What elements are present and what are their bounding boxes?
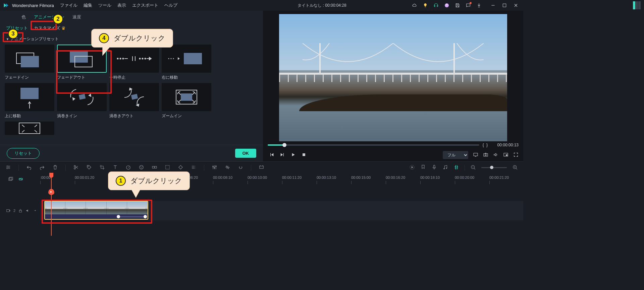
- preset-move-right[interactable]: 右に移動: [162, 45, 211, 80]
- tag-icon[interactable]: [86, 164, 92, 171]
- pip-icon[interactable]: [503, 152, 508, 158]
- video-track-icon: [6, 208, 11, 213]
- crop-icon[interactable]: [99, 164, 105, 171]
- message-icon[interactable]: [466, 3, 471, 8]
- preview-quality-select[interactable]: フル: [443, 151, 468, 159]
- undo-icon[interactable]: [26, 164, 32, 171]
- idea-icon[interactable]: [423, 3, 428, 8]
- svg-point-40: [444, 168, 445, 169]
- tab-speed[interactable]: 速度: [70, 13, 83, 22]
- preset-fade-in[interactable]: フェードイン: [5, 45, 54, 80]
- svg-point-8: [145, 58, 146, 59]
- tl-marker-icon[interactable]: [420, 164, 426, 171]
- titlebar-actions: [412, 3, 519, 8]
- display-out-icon[interactable]: [473, 152, 478, 158]
- ok-button[interactable]: OK: [235, 149, 257, 158]
- tl-mic-icon[interactable]: [431, 164, 437, 171]
- transport-bar: フル: [263, 149, 523, 162]
- step-forward-icon[interactable]: [280, 152, 285, 158]
- fullscreen-icon[interactable]: [513, 152, 519, 158]
- record-icon[interactable]: [476, 3, 482, 8]
- preview-viewport[interactable]: [279, 14, 507, 141]
- window-close-icon[interactable]: [513, 3, 519, 8]
- svg-rect-39: [433, 165, 435, 168]
- preset-label: ズームイン: [162, 113, 211, 119]
- avatar-icon[interactable]: [444, 3, 449, 8]
- audio-sync-icon[interactable]: [238, 164, 244, 171]
- marker-brackets[interactable]: { }: [483, 143, 488, 147]
- preset-label: 渦巻きイン: [57, 113, 107, 119]
- menu-export[interactable]: エクスポート: [132, 2, 158, 8]
- delete-icon[interactable]: [52, 164, 58, 171]
- collapse-icon[interactable]: [33, 208, 38, 213]
- play-icon[interactable]: [290, 152, 296, 158]
- more-icon[interactable]: [191, 164, 197, 171]
- project-title: タイトルなし : 00:00:04:28: [298, 3, 346, 8]
- menu-edit[interactable]: 編集: [84, 2, 92, 8]
- text-icon[interactable]: [112, 164, 118, 171]
- preset-label: 渦巻きアウト: [109, 113, 159, 119]
- window-maximize-icon[interactable]: [502, 3, 507, 8]
- track-volume-icon[interactable]: [25, 208, 30, 213]
- reset-button[interactable]: リセット: [7, 148, 40, 159]
- speed-icon[interactable]: [125, 164, 131, 171]
- tl-music-icon[interactable]: [442, 164, 448, 171]
- preset-move-up[interactable]: 上に移動: [5, 83, 54, 119]
- svg-point-29: [142, 166, 142, 167]
- preset-zoom-out-partial[interactable]: [5, 122, 54, 135]
- titlebar: Wondershare Filmora ファイル 編集 ツール 表示 エクスポー…: [0, 0, 523, 11]
- window-minimize-icon[interactable]: [490, 3, 496, 8]
- premium-crown-icon: ♛: [61, 25, 66, 31]
- greenscreen-icon[interactable]: [165, 164, 170, 171]
- lock-icon[interactable]: [18, 208, 23, 213]
- track-header[interactable]: 2: [0, 208, 40, 213]
- tl-play-icon[interactable]: [409, 164, 415, 171]
- zoom-slider[interactable]: [481, 167, 507, 168]
- menu-help[interactable]: ヘルプ: [164, 2, 177, 8]
- snap-icon[interactable]: [453, 164, 459, 171]
- preview-volume-icon[interactable]: [493, 152, 498, 158]
- svg-point-7: [142, 58, 143, 59]
- preview-panel: { } 00:00:00:13 フル: [263, 11, 523, 161]
- svg-rect-46: [7, 210, 9, 212]
- ruler-tick: 00:00:20:00: [455, 175, 474, 179]
- preview-scrubber[interactable]: { } 00:00:00:13: [263, 141, 523, 149]
- tab-color[interactable]: 色: [19, 13, 28, 22]
- snapshot-icon[interactable]: [483, 152, 488, 158]
- mixer-icon[interactable]: [212, 164, 217, 171]
- svg-rect-15: [474, 153, 478, 156]
- timeline-toolbar: [0, 161, 523, 173]
- menu-file[interactable]: ファイル: [60, 2, 77, 8]
- keyframe-icon[interactable]: [178, 164, 183, 171]
- stop-icon[interactable]: [301, 152, 307, 158]
- track-number: 2: [13, 209, 15, 213]
- svg-point-21: [8, 167, 9, 168]
- tune-icon[interactable]: [5, 164, 11, 171]
- cloud-icon[interactable]: [412, 3, 417, 8]
- step-back-icon[interactable]: [269, 152, 274, 158]
- color-icon[interactable]: [139, 164, 144, 171]
- zoom-in-icon[interactable]: [512, 164, 518, 171]
- zoom-out-icon[interactable]: [470, 164, 476, 171]
- svg-rect-31: [152, 166, 154, 168]
- split-icon[interactable]: [73, 164, 79, 171]
- save-icon[interactable]: [455, 3, 460, 8]
- inspector-panel: 色 アニメーション 速度 プリセット カスタマイズ ♛ ▼アニメーションプリセッ…: [0, 11, 263, 161]
- preset-pause[interactable]: 一時停止: [109, 45, 159, 80]
- redo-icon[interactable]: [39, 164, 45, 171]
- transition-icon[interactable]: [152, 164, 157, 171]
- link-icon[interactable]: [18, 176, 23, 183]
- render-icon[interactable]: [259, 164, 264, 171]
- svg-point-25: [88, 166, 89, 166]
- menu-view[interactable]: 表示: [117, 2, 126, 8]
- svg-point-28: [141, 166, 141, 167]
- inspector-footer: リセット OK: [0, 145, 263, 161]
- preset-zoom-in[interactable]: ズームイン: [162, 83, 211, 119]
- ruler-tick: 00:00:08:10: [213, 175, 232, 179]
- audio-wave-icon[interactable]: [225, 164, 230, 171]
- nest-icon[interactable]: [8, 176, 13, 183]
- menu-tools[interactable]: ツール: [98, 2, 111, 8]
- svg-point-3: [117, 58, 118, 59]
- preset-spiral-out[interactable]: 渦巻きアウト: [109, 83, 159, 119]
- support-icon[interactable]: [433, 3, 439, 8]
